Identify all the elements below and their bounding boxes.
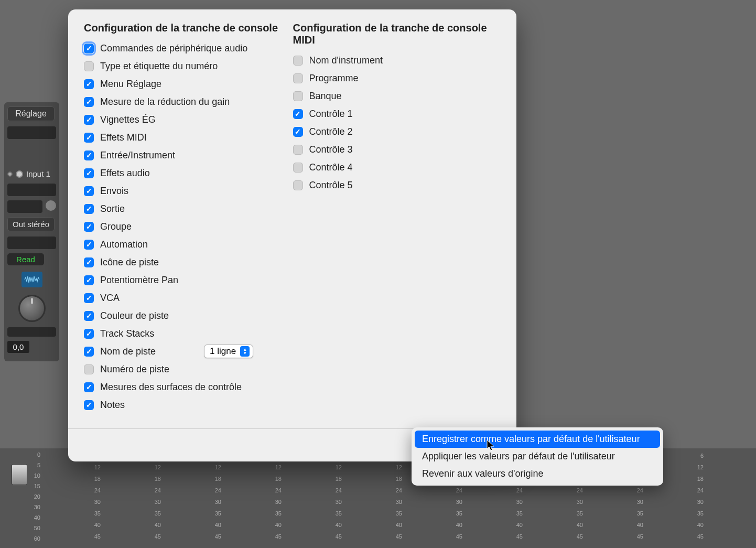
checkbox-row: Numéro de piste [84,362,293,376]
checkbox-label: Effets MIDI [100,132,147,143]
checkbox[interactable] [84,61,94,71]
checkbox[interactable]: ✓ [84,151,94,160]
ruler-tick-label: 40 [94,522,101,528]
ruler-tick-label: 18 [275,476,282,482]
checkbox[interactable]: ✓ [84,168,94,178]
checkbox[interactable]: ✓ [84,311,94,321]
more-options-menu: Enregistrer comme valeurs par défaut de … [412,427,663,486]
checkbox-label: Nom de piste [100,346,156,357]
left-column-title: Configuration de la tranche de console [84,22,293,34]
checkbox-label: Icône de piste [100,257,159,268]
ruler-tick-label: 35 [396,510,402,517]
ruler-tick-label: 40 [275,522,282,528]
checkbox[interactable]: ✓ [84,240,94,250]
ruler-tick-label: 12 [275,464,282,470]
strip-slot[interactable] [7,237,56,249]
ruler-tick-label: 24 [516,487,523,493]
checkbox-label: Numéro de piste [100,364,169,375]
checkbox[interactable]: ✓ [293,109,303,119]
checkbox-label: Contrôle 3 [309,144,353,155]
checkbox-row: ✓Entrée/Instrument [84,148,293,162]
checkbox-row: ✓Vignettes ÉG [84,113,293,126]
checkbox[interactable]: ✓ [84,257,94,267]
automation-read-button[interactable]: Read [7,253,44,265]
left-column: Configuration de la tranche de console ✓… [84,22,293,416]
checkbox[interactable]: ✓ [84,275,94,285]
checkbox[interactable]: ✓ [84,186,94,196]
checkbox[interactable] [293,56,303,66]
checkbox-label: Vignettes ÉG [100,114,156,125]
pan-knob[interactable] [18,295,46,322]
value-display[interactable]: 0,0 [7,341,29,353]
checkbox-row: Contrôle 4 [293,160,502,174]
checkbox-row: ✓Menu Réglage [84,77,293,91]
checkbox-row: ✓Couleur de piste [84,309,293,323]
checkbox[interactable]: ✓ [84,115,94,125]
ruler-tick-label: 24 [456,487,462,493]
checkbox[interactable]: ✓ [84,44,94,53]
checkbox[interactable]: ✓ [84,329,94,339]
ruler-tick-label: 18 [215,476,221,482]
checkbox[interactable]: ✓ [84,133,94,143]
menu-item[interactable]: Enregistrer comme valeurs par défaut de … [415,431,660,448]
checkbox[interactable]: ✓ [84,382,94,392]
checkbox-row: ✓Track Stacks [84,327,293,340]
checkbox[interactable] [84,364,94,374]
lines-select[interactable]: 1 ligne▲▼ [204,345,253,358]
fader-handle[interactable] [12,464,27,485]
checkbox[interactable] [293,163,303,173]
checkbox[interactable] [293,180,303,190]
ruler-tick-label: 40 [637,522,643,528]
ruler-tick-label: 40 [336,522,342,528]
checkbox-label: Effets audio [100,168,150,179]
checkbox-row: Contrôle 5 [293,178,502,192]
menu-item[interactable]: Appliquer les valeurs par défaut de l'ut… [415,448,660,465]
ruler-tick-label: 35 [637,510,643,517]
strip-slot[interactable] [7,200,42,213]
channel-strip-config-dialog: Configuration de la tranche de console ✓… [68,9,516,461]
strip-slot[interactable] [7,126,56,139]
checkbox[interactable]: ✓ [84,79,94,89]
ruler-tick-label: 18 [396,476,402,482]
checkbox-label: VCA [100,293,120,304]
checkbox-row: ✓Sortie [84,202,293,216]
checkbox[interactable]: ✓ [84,347,94,357]
ruler-tick-label: 35 [697,510,704,517]
waveform-icon[interactable] [21,272,42,287]
checkbox-row: ✓Mesure de la réduction du gain [84,95,293,109]
checkbox[interactable] [293,73,303,83]
output-button[interactable]: Out stéréo [7,217,55,231]
ruler-tick-label: 12 [697,464,704,470]
checkbox[interactable]: ✓ [84,97,94,107]
ruler-tick-label: 35 [577,510,583,517]
input-label[interactable]: Input 1 [26,169,50,178]
ruler-tick-label: 24 [275,487,282,493]
checkbox[interactable]: ✓ [293,127,303,137]
strip-slot[interactable] [7,184,56,196]
right-column-title: Configuration de la tranche de console M… [293,22,502,46]
fader-tick-label: 20 [34,493,40,500]
ruler-tick-label: 24 [396,487,402,493]
ruler-tick-label: 24 [94,487,101,493]
checkbox-label: Couleur de piste [100,310,169,321]
checkbox[interactable] [293,91,303,101]
reglage-button[interactable]: Réglage [7,106,55,121]
ruler-tick-label: 24 [697,487,704,493]
small-knob[interactable] [46,200,56,211]
ruler-tick-label: 35 [336,510,342,517]
ruler-column: 612182430354045 [668,448,729,548]
ruler-tick-label: 45 [336,533,342,540]
menu-item[interactable]: Revenir aux valeurs d'origine [415,465,660,482]
ruler-column: 612182430354045 [246,448,307,548]
checkbox-label: Nom d'instrument [309,55,383,66]
ruler-tick-label: 18 [336,476,342,482]
strip-slot[interactable] [7,327,56,337]
checkbox[interactable] [293,145,303,155]
checkbox[interactable]: ✓ [84,204,94,214]
checkbox[interactable]: ✓ [84,400,94,410]
ruler-tick-label: 30 [456,499,462,505]
checkbox-row: Nom d'instrument [293,53,502,67]
ruler-tick-label: 30 [637,499,643,505]
checkbox[interactable]: ✓ [84,222,94,232]
checkbox[interactable]: ✓ [84,293,94,303]
